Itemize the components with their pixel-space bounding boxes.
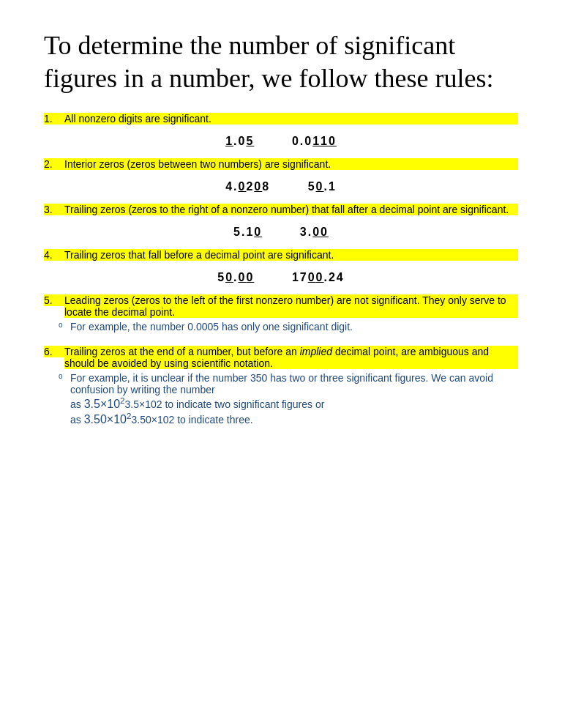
example-50-00: 50.00 — [217, 271, 259, 283]
example-50-1: 50.1 — [308, 180, 337, 193]
rule-2-examples: 4.0208 50.1 — [44, 180, 518, 193]
rule-6-text: Trailing zeros at the end of a number, b… — [64, 346, 518, 369]
rule-3: 3. Trailing zeros (zeros to the right of… — [44, 204, 518, 239]
rules-container: 1. All nonzero digits are significant. 1… — [44, 113, 518, 426]
rule-5-sublist: For example, the number 0.0005 has only … — [44, 321, 518, 333]
rule-5-number: 5. — [44, 294, 64, 306]
rule-1-text: All nonzero digits are significant. — [64, 113, 518, 125]
rule-6-sub-1: For example, it is unclear if the number… — [59, 372, 518, 426]
example-3-00: 3.00 — [300, 226, 329, 238]
rule-4-number: 4. — [44, 249, 64, 261]
example-0-0110: 0.0110 — [292, 135, 337, 147]
rule-3-number: 3. — [44, 204, 64, 215]
rule-4-text: Trailing zeros that fall before a decima… — [64, 249, 518, 261]
rule-3-text: Trailing zeros (zeros to the right of a … — [64, 204, 518, 215]
rule-5: 5. Leading zeros (zeros to the left of t… — [44, 294, 518, 333]
example-5-10: 5.10 — [233, 226, 267, 238]
page-title: To determine the number of significant f… — [44, 29, 518, 95]
rule-6-number: 6. — [44, 346, 64, 357]
rule-3-examples: 5.10 3.00 — [44, 226, 518, 239]
rule-2: 2. Interior zeros (zeros between two num… — [44, 158, 518, 193]
example-1700-24: 1700.24 — [292, 271, 345, 283]
example-4-0208: 4.0208 — [225, 180, 274, 193]
rule-5-text: Leading zeros (zeros to the left of the … — [64, 294, 518, 318]
rule-6-sublist: For example, it is unclear if the number… — [44, 372, 518, 426]
rule-1-examples: 1.05 0.0110 — [44, 135, 518, 148]
rule-2-text: Interior zeros (zeros between two number… — [64, 158, 518, 170]
rule-1: 1. All nonzero digits are significant. 1… — [44, 113, 518, 148]
rule-6: 6. Trailing zeros at the end of a number… — [44, 346, 518, 426]
rule-4-examples: 50.00 1700.24 — [44, 271, 518, 284]
rule-2-number: 2. — [44, 158, 64, 170]
rule-5-sub-1: For example, the number 0.0005 has only … — [59, 321, 518, 333]
example-1-05: 1.05 — [225, 135, 259, 147]
rule-6-italic: implied — [300, 346, 332, 357]
rule-1-number: 1. — [44, 113, 64, 125]
rule-4: 4. Trailing zeros that fall before a dec… — [44, 249, 518, 284]
